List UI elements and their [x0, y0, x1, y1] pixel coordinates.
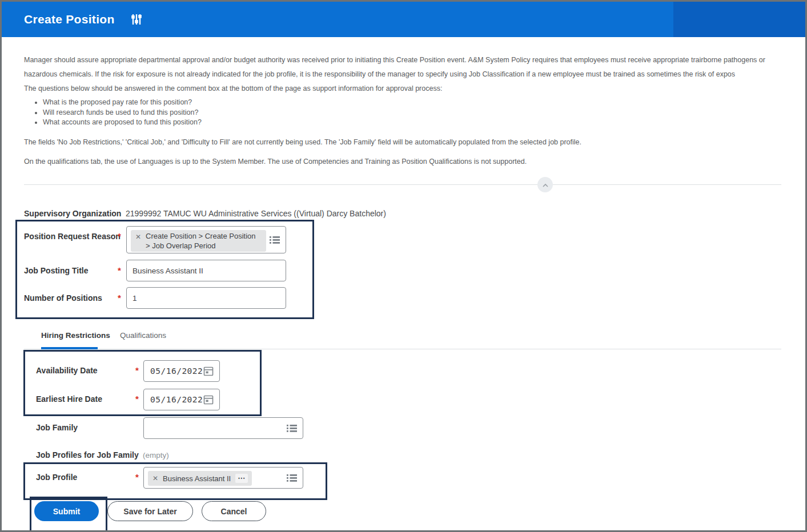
- chevron-up-icon: [542, 180, 549, 190]
- tab-divider: [24, 349, 781, 349]
- submit-button[interactable]: Submit: [34, 501, 99, 521]
- number-of-positions-label: Number of Positions: [24, 293, 102, 303]
- collapse-section-button[interactable]: [537, 177, 553, 192]
- prompt-list-icon[interactable]: [287, 424, 297, 435]
- page-title: Create Position: [24, 13, 115, 26]
- selected-value-text: Create Position > Create Position > Job …: [146, 232, 256, 250]
- annotation-box-dates: [23, 350, 262, 416]
- availability-date-label: Availability Date: [36, 366, 98, 375]
- required-asterisk: *: [118, 231, 121, 241]
- list-item: What is the proposed pay rate for this p…: [43, 98, 202, 108]
- page-header: Create Position: [2, 2, 805, 37]
- required-asterisk: *: [135, 394, 139, 404]
- job-profiles-for-job-family-value: (empty): [143, 451, 169, 460]
- remove-selection-icon[interactable]: ✕: [152, 474, 158, 483]
- position-request-reason-field[interactable]: ✕ Create Position > Create Position > Jo…: [126, 226, 286, 253]
- earliest-hire-date-label: Earliest Hire Date: [36, 394, 102, 404]
- active-tab-underline: [41, 347, 98, 349]
- tab-qualifications[interactable]: Qualifications: [120, 331, 166, 340]
- sliders-icon[interactable]: [130, 13, 143, 26]
- list-item: Will research funds be used to fund this…: [43, 108, 202, 118]
- tab-hiring-restrictions[interactable]: Hiring Restrictions: [41, 331, 110, 340]
- list-item: What accounts are proposed to fund this …: [43, 118, 202, 128]
- required-asterisk: *: [135, 365, 139, 375]
- intro-paragraph-4: On the qualifications tab, the use of La…: [24, 156, 781, 167]
- required-asterisk: *: [118, 265, 121, 275]
- required-asterisk: *: [135, 472, 139, 482]
- cancel-button[interactable]: Cancel: [202, 501, 266, 521]
- job-posting-title-input[interactable]: [126, 260, 286, 281]
- job-family-label: Job Family: [36, 423, 78, 432]
- job-profile-label: Job Profile: [36, 473, 77, 482]
- calendar-icon[interactable]: [203, 394, 214, 408]
- job-profile-field[interactable]: ✕ Business Assistant II ⋯: [143, 467, 303, 489]
- remove-selection-icon[interactable]: ✕: [135, 232, 141, 241]
- question-list: What is the proposed pay rate for this p…: [34, 98, 202, 128]
- supervisory-organization-label: Supervisory Organization: [24, 209, 121, 218]
- position-request-reason-label: Position Request Reason: [24, 232, 121, 241]
- intro-paragraph-2: The questions below should be answered i…: [24, 83, 781, 94]
- job-profiles-for-job-family-label: Job Profiles for Job Family: [36, 450, 139, 460]
- calendar-icon[interactable]: [203, 365, 214, 379]
- save-for-later-button[interactable]: Save for Later: [107, 501, 193, 521]
- selected-value-text: Business Assistant II: [163, 474, 231, 483]
- prompt-list-icon[interactable]: [287, 474, 297, 485]
- section-divider: [24, 184, 781, 185]
- job-family-field[interactable]: [143, 417, 303, 439]
- prompt-list-icon[interactable]: [270, 236, 280, 247]
- selected-value-pill: ✕ Business Assistant II ⋯: [148, 471, 252, 486]
- intro-paragraph-1: Manager should assure appropriate depart…: [24, 53, 781, 82]
- intro-paragraph-3: The fields 'No Job Restrictions,' 'Criti…: [24, 137, 781, 147]
- job-posting-title-label: Job Posting Title: [24, 266, 89, 275]
- supervisory-organization-value: 21999992 TAMUC WU Administrative Service…: [126, 209, 386, 218]
- required-asterisk: *: [118, 293, 121, 303]
- selected-value-pill: ✕ Create Position > Create Position > Jo…: [131, 230, 266, 252]
- related-actions-icon[interactable]: ⋯: [235, 474, 248, 483]
- create-position-window: Create Position Manager should assure ap…: [0, 0, 807, 532]
- number-of-positions-input[interactable]: [126, 287, 286, 309]
